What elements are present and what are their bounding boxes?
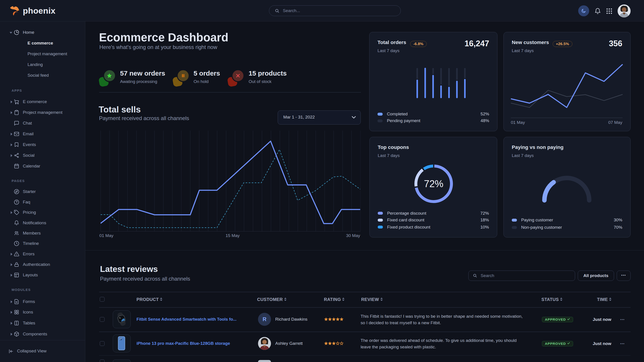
svg-text:72%: 72%	[424, 178, 444, 189]
